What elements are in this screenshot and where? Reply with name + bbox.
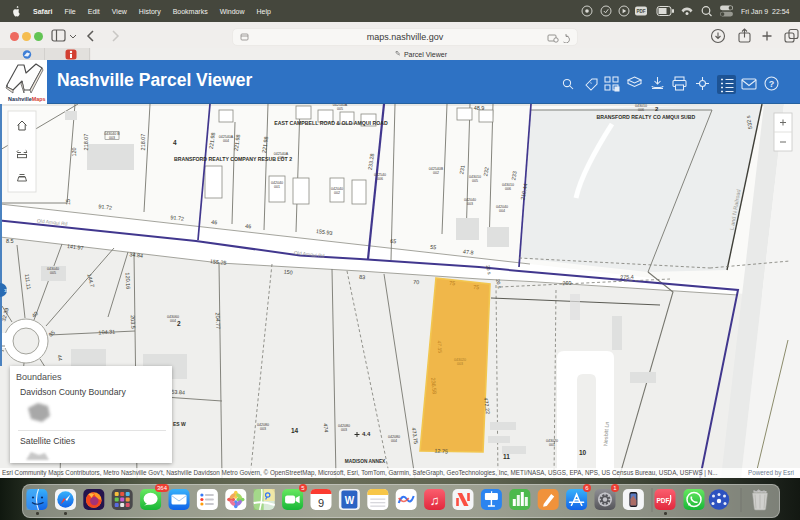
svg-text:♫: ♫ bbox=[430, 493, 440, 508]
svg-text:55: 55 bbox=[430, 244, 437, 251]
svg-text:NashvilleMaps: NashvilleMaps bbox=[8, 96, 45, 102]
svg-text:»: » bbox=[4, 286, 9, 295]
svg-text:218.07: 218.07 bbox=[140, 134, 146, 151]
svg-text:MADISON ANNEX: MADISON ANNEX bbox=[345, 459, 386, 464]
svg-text:203.5: 203.5 bbox=[130, 315, 137, 329]
svg-text:006: 006 bbox=[377, 177, 383, 181]
svg-text:003: 003 bbox=[341, 428, 347, 432]
svg-text:53.84: 53.84 bbox=[171, 388, 185, 395]
svg-text:002: 002 bbox=[433, 171, 439, 175]
svg-text:004: 004 bbox=[223, 139, 229, 143]
svg-text:PDF: PDF bbox=[636, 9, 645, 14]
svg-text:001: 001 bbox=[274, 185, 280, 189]
svg-text:004: 004 bbox=[391, 439, 397, 443]
svg-text:120.16: 120.16 bbox=[125, 272, 132, 289]
svg-text:005: 005 bbox=[50, 271, 56, 275]
svg-text:001: 001 bbox=[549, 443, 555, 447]
svg-text:75: 75 bbox=[473, 284, 480, 291]
svg-text:BRANSFORD REALTY COMPANY RESUB: BRANSFORD REALTY COMPANY RESUB LOT 2 bbox=[174, 156, 292, 162]
svg-text:474: 474 bbox=[323, 423, 330, 433]
svg-text:ES W: ES W bbox=[173, 421, 186, 427]
svg-text:204.77: 204.77 bbox=[215, 312, 222, 329]
svg-text:150: 150 bbox=[283, 269, 293, 276]
svg-text:260: 260 bbox=[562, 280, 571, 286]
svg-text:10: 10 bbox=[579, 449, 587, 456]
svg-text:65: 65 bbox=[390, 238, 397, 245]
svg-text:006: 006 bbox=[638, 108, 644, 112]
svg-text:003: 003 bbox=[457, 362, 463, 366]
svg-text:75: 75 bbox=[449, 280, 456, 287]
svg-text:120: 120 bbox=[71, 147, 77, 156]
svg-text:002: 002 bbox=[334, 191, 340, 195]
svg-text:W: W bbox=[345, 495, 355, 506]
svg-text:15: 15 bbox=[65, 199, 71, 205]
svg-text:?: ? bbox=[769, 79, 775, 89]
svg-text:22:54: 22:54 bbox=[772, 8, 790, 15]
svg-text:005: 005 bbox=[337, 107, 343, 111]
svg-text:005: 005 bbox=[472, 179, 478, 183]
svg-text:44: 44 bbox=[56, 354, 63, 361]
svg-text:2: 2 bbox=[177, 320, 181, 327]
svg-text:83: 83 bbox=[359, 274, 366, 281]
svg-text:9: 9 bbox=[318, 497, 324, 509]
svg-text:006: 006 bbox=[505, 187, 511, 191]
svg-text:003: 003 bbox=[467, 202, 473, 206]
svg-text:11: 11 bbox=[503, 453, 510, 460]
svg-text:8.5: 8.5 bbox=[6, 238, 14, 244]
svg-text:47.15: 47.15 bbox=[436, 340, 443, 353]
svg-text:EAST CAMPBELL ROAD & OLD AMQUI: EAST CAMPBELL ROAD & OLD AMQUI ROAD bbox=[274, 120, 388, 126]
svg-text:003: 003 bbox=[260, 427, 266, 431]
svg-text:218.07: 218.07 bbox=[83, 134, 89, 151]
svg-text:70: 70 bbox=[413, 279, 420, 286]
svg-text:14: 14 bbox=[291, 427, 299, 434]
svg-text:48.9: 48.9 bbox=[474, 105, 485, 111]
svg-text:005: 005 bbox=[278, 156, 284, 160]
svg-text:46: 46 bbox=[245, 223, 252, 230]
svg-text:12.75: 12.75 bbox=[434, 447, 448, 454]
svg-text:275.4: 275.4 bbox=[620, 274, 634, 281]
svg-text:104.31: 104.31 bbox=[98, 328, 115, 335]
svg-text:004: 004 bbox=[170, 319, 176, 323]
svg-text:BRANSFORD REALTY CO AMQUI SUBD: BRANSFORD REALTY CO AMQUI SUBD bbox=[597, 114, 696, 120]
svg-text:4: 4 bbox=[173, 139, 177, 146]
svg-text:Fri Jan 9: Fri Jan 9 bbox=[741, 8, 768, 15]
svg-text:004: 004 bbox=[499, 209, 505, 213]
svg-text:4.4: 4.4 bbox=[362, 431, 371, 437]
svg-text:PDF: PDF bbox=[657, 497, 670, 504]
svg-text:46: 46 bbox=[211, 219, 218, 226]
